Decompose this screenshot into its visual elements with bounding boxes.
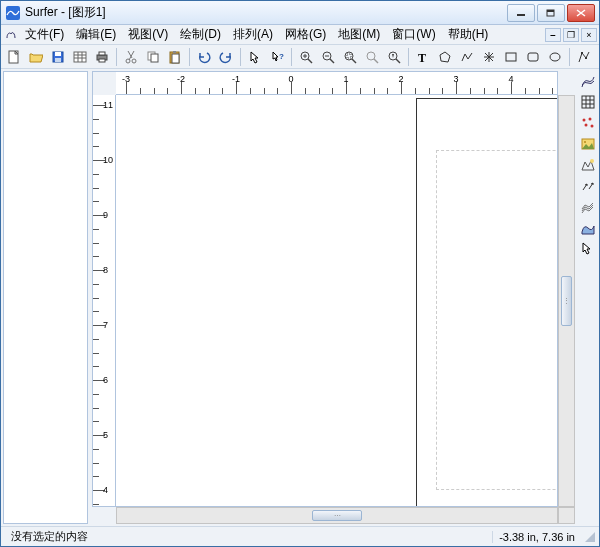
svg-rect-3 (547, 10, 554, 12)
svg-point-16 (126, 59, 130, 63)
svg-text:?: ? (279, 52, 284, 61)
mdi-close-button[interactable]: × (581, 28, 597, 42)
ruler-vertical[interactable]: 11109876543 (92, 95, 116, 507)
identify-icon[interactable] (579, 240, 597, 258)
svg-rect-6 (55, 52, 61, 56)
image-map-icon[interactable] (579, 135, 597, 153)
status-selection: 没有选定的内容 (5, 529, 94, 544)
canvas[interactable] (116, 95, 558, 507)
ruler-gap (558, 71, 575, 95)
ellipse-tool-button[interactable] (545, 47, 565, 67)
vertical-scroll-thumb[interactable]: ⋮ (561, 276, 572, 326)
page-margin-guide (436, 150, 558, 490)
minimize-button[interactable] (507, 4, 535, 22)
zoom-realtime-button[interactable] (384, 47, 404, 67)
shaded-relief-icon[interactable] (579, 156, 597, 174)
new-button[interactable] (4, 47, 24, 67)
contour-map-icon[interactable] (579, 72, 597, 90)
pointer-button[interactable] (245, 47, 265, 67)
app-window: Surfer - [图形1] 文件(F) 编辑(E) 视图(V) 绘制(D) 排… (0, 0, 600, 547)
undo-button[interactable] (194, 47, 214, 67)
ruler-horizontal[interactable]: -3-2-101234 (116, 71, 558, 95)
workarea: -3-2-101234 11109876543 ⋮ ⋯ (1, 69, 599, 526)
post-map-icon[interactable] (579, 114, 597, 132)
mdi-controls: ‒ ❐ × (545, 28, 597, 42)
svg-line-37 (396, 59, 400, 63)
svg-point-55 (585, 124, 588, 127)
menu-window[interactable]: 窗口(W) (386, 24, 441, 45)
svg-rect-46 (581, 52, 583, 54)
svg-rect-47 (585, 57, 587, 59)
zoom-in-button[interactable] (296, 47, 316, 67)
vertical-scrollbar[interactable]: ⋮ (558, 95, 575, 507)
svg-rect-44 (528, 53, 538, 61)
svg-rect-48 (582, 96, 594, 108)
paste-button[interactable] (165, 47, 185, 67)
horizontal-scrollbar-row: ⋯ (92, 507, 575, 524)
svg-point-59 (590, 159, 594, 163)
canvas-container: -3-2-101234 11109876543 ⋮ ⋯ (92, 71, 575, 524)
mdi-minimize-button[interactable]: ‒ (545, 28, 561, 42)
statusbar: 没有选定的内容 -3.38 in, 7.36 in (1, 526, 599, 546)
grid-data-button[interactable] (70, 47, 90, 67)
svg-rect-22 (173, 51, 176, 53)
svg-point-45 (550, 53, 560, 61)
scroll-gap (92, 507, 116, 524)
svg-point-54 (589, 118, 592, 121)
rectangle-tool-button[interactable] (501, 47, 521, 67)
svg-rect-8 (74, 52, 86, 62)
vector-map-icon[interactable] (579, 177, 597, 195)
svg-rect-21 (172, 54, 179, 63)
resize-grip-icon[interactable] (585, 532, 595, 542)
zoom-rect-button[interactable] (340, 47, 360, 67)
horizontal-scroll-thumb[interactable]: ⋯ (312, 510, 362, 521)
zoom-out-button[interactable] (318, 47, 338, 67)
svg-point-53 (583, 119, 586, 122)
menu-edit[interactable]: 编辑(E) (70, 24, 122, 45)
reshape-tool-button[interactable] (574, 47, 594, 67)
maximize-button[interactable] (537, 4, 565, 22)
print-button[interactable] (92, 47, 112, 67)
toolbar: ? T (1, 45, 599, 69)
surface-icon[interactable] (579, 219, 597, 237)
menu-map[interactable]: 地图(M) (332, 24, 386, 45)
base-map-icon[interactable] (579, 93, 597, 111)
app-icon (5, 5, 21, 21)
svg-point-31 (345, 52, 353, 60)
svg-rect-43 (506, 53, 516, 61)
menu-grid[interactable]: 网格(G) (279, 24, 332, 45)
zoom-fit-button[interactable] (362, 47, 382, 67)
symbol-tool-button[interactable] (479, 47, 499, 67)
svg-text:T: T (418, 51, 426, 64)
redo-button[interactable] (216, 47, 236, 67)
copy-button[interactable] (143, 47, 163, 67)
menu-file[interactable]: 文件(F) (19, 24, 70, 45)
menu-help[interactable]: 帮助(H) (442, 24, 495, 45)
close-button[interactable] (567, 4, 595, 22)
svg-point-17 (132, 59, 136, 63)
menu-arrange[interactable]: 排列(A) (227, 24, 279, 45)
svg-rect-19 (151, 54, 158, 62)
window-buttons (507, 4, 595, 22)
wireframe-icon[interactable] (579, 198, 597, 216)
whats-this-button[interactable]: ? (267, 47, 287, 67)
polygon-tool-button[interactable] (435, 47, 455, 67)
mdi-restore-button[interactable]: ❐ (563, 28, 579, 42)
menu-view[interactable]: 视图(V) (122, 24, 174, 45)
polyline-tool-button[interactable] (457, 47, 477, 67)
object-tree-panel[interactable] (3, 71, 88, 524)
svg-rect-7 (55, 58, 61, 62)
svg-line-32 (352, 59, 356, 63)
svg-rect-14 (99, 52, 105, 55)
open-button[interactable] (26, 47, 46, 67)
titlebar: Surfer - [图形1] (1, 1, 599, 25)
save-button[interactable] (48, 47, 68, 67)
svg-line-25 (308, 59, 312, 63)
rounded-rect-tool-button[interactable] (523, 47, 543, 67)
horizontal-scrollbar[interactable]: ⋯ (116, 507, 558, 524)
right-toolbar (577, 69, 599, 526)
menu-draw[interactable]: 绘制(D) (174, 24, 227, 45)
status-coordinates: -3.38 in, 7.36 in (492, 531, 581, 543)
text-tool-button[interactable]: T (413, 47, 433, 67)
cut-button[interactable] (121, 47, 141, 67)
